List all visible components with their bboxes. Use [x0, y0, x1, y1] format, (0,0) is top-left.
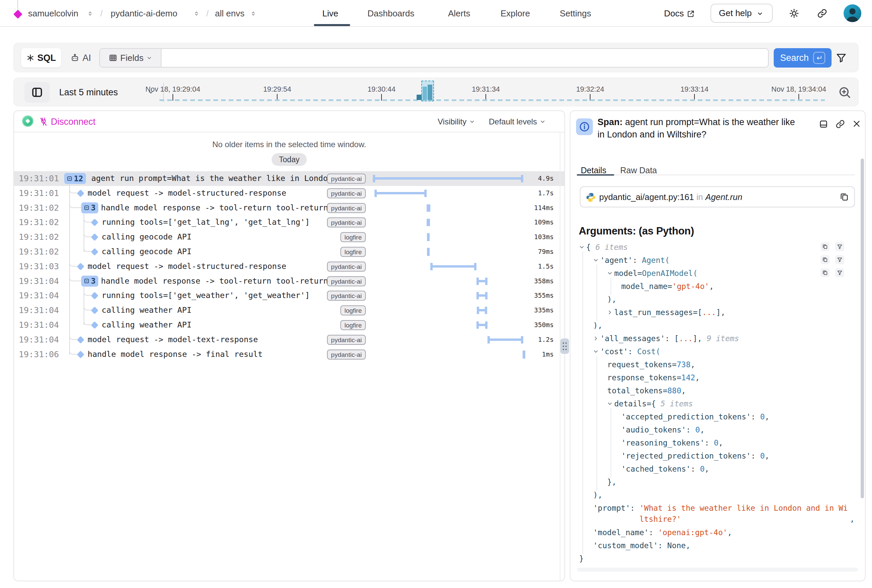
trace-row[interactable]: 19:31:04running tools=['get_weather', 'g… — [14, 288, 564, 303]
chevron-down-icon[interactable] — [593, 349, 598, 354]
bar-cap — [476, 278, 479, 285]
bar-cap — [521, 336, 523, 344]
breadcrumb-env[interactable]: all envs — [215, 0, 244, 27]
get-help-label: Get help — [719, 4, 752, 22]
dock-panel-icon[interactable] — [819, 119, 828, 129]
source-location-card[interactable]: pydantic_ai/agent.py:161 in Agent.run — [580, 186, 855, 207]
copy-icon[interactable] — [839, 192, 849, 202]
panel-resize-handle[interactable] — [560, 339, 569, 354]
chevron-down-icon — [539, 119, 546, 125]
copy-button[interactable] — [821, 255, 830, 264]
hscrollbar-track[interactable] — [577, 568, 858, 572]
code-line: model_name='gpt-4o', — [621, 280, 714, 293]
scope-tag: pydantic-ai — [327, 335, 366, 345]
span-label: handle model response -> tool-return too… — [101, 274, 328, 289]
org-switcher-icon[interactable] — [88, 11, 93, 16]
tab-settings[interactable]: Settings — [560, 0, 591, 26]
project-switcher-icon[interactable] — [194, 11, 199, 16]
code-line: 'cost': Cost( — [600, 345, 660, 358]
search-input[interactable] — [162, 49, 767, 67]
arguments-code: { 6 items'agent': Agent(model=OpenAIMode… — [571, 241, 866, 575]
copy-button[interactable] — [821, 268, 830, 277]
filter-button[interactable] — [835, 242, 844, 251]
bar-cap — [428, 204, 430, 212]
sql-mode-button[interactable]: SQL — [21, 48, 61, 68]
default-levels-dropdown[interactable]: Default levels — [489, 111, 546, 132]
tree-elbow — [84, 217, 92, 222]
fields-dropdown[interactable]: Fields — [100, 49, 162, 67]
trace-row[interactable]: 19:31:043handle model response -> tool-r… — [14, 274, 564, 289]
span-diamond-icon — [91, 234, 99, 241]
trace-row[interactable]: 19:31:04model request -> model-text-resp… — [14, 333, 564, 347]
bar-cap — [485, 278, 487, 285]
ai-mode-button[interactable]: AI — [66, 48, 94, 68]
chevron-down-icon[interactable] — [607, 271, 613, 276]
span-diamond-icon — [91, 321, 99, 329]
connection-status-icon — [22, 116, 33, 127]
copy-button[interactable] — [821, 242, 830, 251]
tab-dashboards[interactable]: Dashboards — [367, 0, 414, 26]
span-diamond-icon — [91, 219, 99, 226]
scrollbar-thumb[interactable] — [861, 159, 864, 498]
live-trace-panel: Disconnect Visibility Default levels No … — [13, 110, 565, 581]
env-switcher-icon[interactable] — [251, 11, 256, 16]
close-icon[interactable] — [852, 119, 861, 128]
today-pill[interactable]: Today — [271, 153, 307, 166]
span-title-text: agent run prompt=What is the weather lik… — [598, 117, 795, 140]
span-kind-label: Span: — [598, 117, 623, 127]
docs-link[interactable]: Docs — [664, 0, 684, 26]
share-link-icon[interactable] — [817, 8, 827, 18]
filter-button[interactable] — [835, 255, 844, 264]
scope-tag: pydantic-ai — [327, 291, 366, 301]
search-label: Search — [780, 53, 809, 63]
tab-raw-data[interactable]: Raw Data — [620, 166, 657, 175]
code-line: 'reasoning_tokens': 0, — [621, 436, 723, 450]
trace-row[interactable]: 19:31:02calling geocode APIlogfire103ms — [14, 230, 564, 244]
chevron-right-icon[interactable] — [593, 336, 598, 341]
tab-alerts[interactable]: Alerts — [448, 0, 470, 26]
collapse-count-badge[interactable]: 3 — [81, 202, 98, 213]
trace-row[interactable]: 19:31:0112agent run prompt=What is the w… — [14, 171, 564, 186]
breadcrumb-org[interactable]: samuelcolvin — [28, 0, 78, 27]
trace-row[interactable]: 19:31:04calling weather APIlogfire335ms — [14, 303, 564, 318]
timeline-selection[interactable] — [421, 81, 434, 101]
tree-elbow — [84, 305, 92, 310]
sidebar-toggle-button[interactable] — [24, 82, 50, 103]
indent-guide — [611, 408, 611, 478]
filter-funnel-icon[interactable] — [836, 52, 847, 64]
get-help-button[interactable]: Get help — [710, 4, 773, 23]
visibility-dropdown[interactable]: Visibility — [437, 111, 475, 132]
search-button[interactable]: Search — [774, 48, 832, 68]
chevron-down-icon[interactable] — [593, 258, 598, 263]
tab-details[interactable]: Details — [581, 166, 606, 175]
chevron-down-icon[interactable] — [607, 401, 613, 406]
trace-row[interactable]: 19:31:02calling geocode APIlogfire79ms — [14, 244, 564, 259]
copy-link-icon[interactable] — [836, 119, 845, 129]
bar-cap — [485, 321, 487, 329]
tab-explore[interactable]: Explore — [500, 0, 530, 26]
span-label: running tools=['get_lat_lng', 'get_lat_l… — [102, 215, 328, 230]
theme-toggle-icon[interactable] — [789, 8, 799, 18]
avatar[interactable] — [844, 4, 861, 22]
trace-row[interactable]: 19:31:01model request -> model-structure… — [14, 186, 564, 201]
collapse-count-badge[interactable]: 12 — [64, 173, 86, 184]
span-timestamp: 19:31:04 — [19, 333, 59, 347]
tab-live[interactable]: Live — [322, 0, 339, 26]
trace-row[interactable]: 19:31:023handle model response -> tool-r… — [14, 201, 564, 215]
disconnect-button[interactable]: Disconnect — [39, 111, 96, 132]
trace-row[interactable]: 19:31:02running tools=['get_lat_lng', 'g… — [14, 215, 564, 230]
scrollbar-track[interactable] — [560, 133, 560, 580]
time-range-label[interactable]: Last 5 minutes — [59, 78, 118, 107]
tick-label: 19:29:54 — [263, 85, 291, 94]
chevron-down-icon[interactable] — [579, 244, 584, 250]
trace-row[interactable]: 19:31:03model request -> model-structure… — [14, 259, 564, 274]
filter-button[interactable] — [835, 268, 844, 277]
collapse-count-badge[interactable]: 3 — [81, 276, 98, 286]
scope-tag: logfire — [340, 305, 366, 315]
breadcrumb-project[interactable]: pydantic-ai-demo — [111, 0, 177, 27]
tree-elbow — [69, 261, 78, 267]
zoom-in-icon[interactable] — [838, 86, 851, 99]
trace-row[interactable]: 19:31:04calling weather APIlogfire350ms — [14, 318, 564, 333]
chevron-right-icon[interactable] — [607, 310, 613, 315]
trace-row[interactable]: 19:31:06handle model response -> final r… — [14, 347, 564, 362]
